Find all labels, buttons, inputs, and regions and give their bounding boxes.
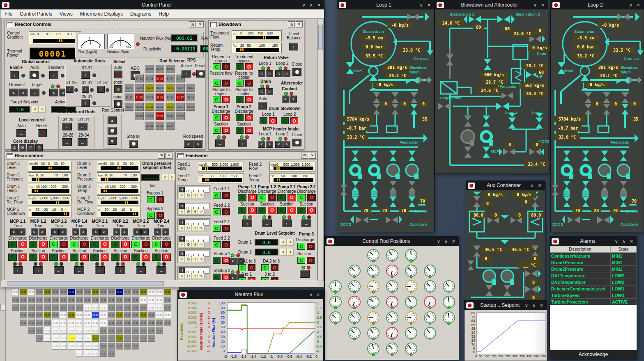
rod-select-40-28[interactable]: 40-28 [145, 65, 154, 73]
rod-select-28-34[interactable]: 28-34 [166, 103, 175, 111]
core-display-D[interactable]: D [35, 144, 43, 151]
restore-icon[interactable]: ◳ [189, 21, 196, 27]
dls-drum1-buttons[interactable]: <> [280, 239, 294, 246]
mcp-mode-button[interactable]: ↑ [95, 266, 105, 274]
close-icon[interactable]: ✕ [309, 153, 316, 159]
regen-to-drums-co[interactable]: CO [213, 63, 230, 70]
mcp-mode-button[interactable]: ← [54, 266, 64, 274]
rod-select-31-25[interactable]: 31-25 [135, 93, 144, 101]
rod-select-28-22[interactable]: 28-22 [124, 103, 133, 111]
close-icon[interactable]: ✕ [538, 183, 542, 188]
dps-buttons[interactable]: <> [162, 174, 175, 181]
core-display-C[interactable]: C [27, 144, 34, 151]
alarm-row[interactable]: TurbineProtectionACTIVE [550, 299, 637, 305]
core-display-A[interactable]: A [11, 144, 18, 151]
rod-select-40-31[interactable]: 40-31 [155, 65, 164, 73]
feed-controller[interactable]: H<ΘH> [177, 266, 211, 280]
alarm-row[interactable]: CondenserVacuumMIN1 [550, 253, 637, 259]
auto-rod-button[interactable]: ↑ [66, 86, 74, 93]
alarm-row[interactable]: Drum2PressureMIN1 [550, 266, 637, 272]
feed-co[interactable]: CO [213, 192, 230, 199]
maximize-icon[interactable]: ∧ [444, 239, 448, 244]
close-icon[interactable]: ✕ [427, 2, 431, 8]
mcp-suction-co[interactable]: CO [48, 254, 69, 261]
maximize-icon[interactable]: ∧ [532, 303, 536, 308]
minimize-icon[interactable]: ∨ [534, 2, 537, 8]
minimize-icon[interactable]: ∨ [302, 2, 306, 8]
auto-rod-button[interactable]: ↑ [82, 86, 89, 93]
mcp-trim-buttons[interactable]: <> [48, 228, 69, 235]
maximize-icon[interactable]: ∧ [622, 239, 626, 244]
alarm-row[interactable]: Drum1PressureMIN1 [550, 259, 637, 266]
rod-stop-button[interactable] [108, 127, 117, 135]
fw-pump-mode-button[interactable]: ← [301, 219, 311, 227]
rod-select-34-37[interactable]: 34-37 [176, 84, 185, 92]
mcp-loop2-buttons[interactable]: <> [275, 141, 290, 148]
close-icon[interactable]: ✕ [541, 2, 545, 8]
pump3-discharge-co[interactable]: CO [297, 243, 315, 250]
rod-select-25-34[interactable]: 25-34 [166, 112, 175, 120]
feed-controller[interactable]: H<ΘH> [177, 218, 211, 232]
short-rod-button[interactable]: ← [62, 138, 72, 146]
db-loop2-co[interactable]: CO [281, 117, 298, 124]
rod-select-31-37[interactable]: 31-37 [176, 93, 185, 101]
rod-select-25-25[interactable]: 25-25 [135, 112, 144, 120]
alarm-row[interactable]: ReheaterCondensateLevelLOW1 [550, 286, 637, 292]
rod-select-34-25[interactable]: 34-25 [135, 84, 144, 92]
short-rod-button[interactable]: ← [78, 138, 87, 146]
select-auto-button[interactable] [114, 71, 122, 78]
rod-select-31-40[interactable]: 31-40 [186, 93, 195, 101]
maximize-icon[interactable]: ∧ [317, 292, 320, 297]
rod-select-22-28[interactable]: 22-28 [145, 121, 154, 130]
rod-select-28-28[interactable]: 28-28 [145, 103, 154, 111]
rod-speed-buttons[interactable]: <> [184, 140, 202, 148]
bypass2-co[interactable]: CO [147, 212, 164, 219]
rod-select-28-25[interactable]: 28-25 [135, 103, 144, 111]
maximize-icon[interactable]: ∧ [310, 2, 313, 8]
menu-item-views[interactable]: Views [60, 11, 73, 17]
da2-to-3-co[interactable]: CO [261, 264, 278, 271]
pump1-discharge-co[interactable]: CO [213, 114, 230, 121]
core-map-scrollbar[interactable] [0, 287, 6, 361]
feed-controller[interactable]: H<ΘH> [177, 202, 211, 216]
feed-controller[interactable]: H<ΘH> [177, 185, 211, 199]
alarm-row[interactable]: TurbineSpeedLOW1 [550, 292, 637, 299]
rod-select-28-40[interactable]: 28-40 [186, 103, 195, 111]
feed-co[interactable]: CO [213, 241, 230, 248]
local-reset-button[interactable] [38, 129, 47, 137]
enable-button[interactable]: ↑ [10, 71, 19, 79]
close-icon[interactable]: ✕ [296, 21, 303, 27]
rod-select-37-28[interactable]: 37-28 [145, 74, 154, 82]
feed-controller[interactable]: H<ΘH> [177, 235, 211, 249]
mcp-discharge-co[interactable]: CO [28, 241, 48, 248]
dls-drum2-buttons[interactable]: <> [280, 249, 294, 256]
db-loop1-co[interactable]: CO [260, 117, 277, 124]
minimize-icon[interactable]: ∨ [615, 239, 618, 244]
rod-select-37-34[interactable]: 37-34 [166, 74, 175, 82]
mcp-discharge-co[interactable]: CO [7, 241, 28, 248]
rps-reset-button[interactable] [196, 70, 205, 78]
startup-co[interactable]: CO [213, 257, 230, 264]
da1-to-3-co[interactable]: CO [238, 264, 255, 271]
pumps-to-regen-co[interactable]: CO [213, 96, 230, 103]
feed-co[interactable]: CO [213, 208, 230, 215]
close-icon[interactable]: ✕ [166, 153, 172, 159]
rv-close-button[interactable] [292, 68, 301, 76]
mcp-trim-buttons[interactable]: <> [69, 228, 90, 235]
transient-button[interactable]: ↑ [49, 71, 58, 79]
menu-item-control-panels[interactable]: Control Panels [20, 11, 52, 17]
pump2-mode-button[interactable]: ↑ [238, 139, 247, 147]
short-rod-button[interactable]: ← [62, 123, 72, 130]
fw-pump-mode-button[interactable]: ↑ [282, 219, 292, 227]
rod-select-22-34[interactable]: 22-34 [166, 121, 175, 130]
alarm-row[interactable]: DA2TemperatureLOW2 [550, 279, 637, 286]
close-icon[interactable]: ✕ [630, 239, 633, 244]
rod-select-34-22[interactable]: 34-22 [124, 84, 133, 92]
mcp-mode-button[interactable]: ↑ [33, 266, 43, 274]
rod-select-37-31[interactable]: 37-31 [155, 74, 164, 82]
rod-down-button[interactable]: ▼ [108, 137, 117, 145]
mcp-suction-co[interactable]: CO [131, 254, 151, 261]
menu-item-diagrams[interactable]: Diagrams [130, 11, 151, 17]
auto-rod-button[interactable]: ↑ [81, 99, 90, 107]
coolant-buttons[interactable]: <> [282, 96, 297, 103]
